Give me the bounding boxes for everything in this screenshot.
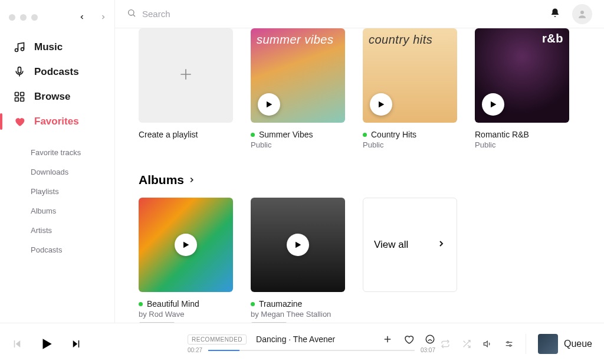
traffic-light-max[interactable] <box>31 14 38 21</box>
svg-marker-17 <box>16 340 21 347</box>
playlist-visibility: Public <box>475 140 569 149</box>
play-button[interactable] <box>482 93 504 116</box>
music-icon <box>13 41 26 54</box>
sidebar-sub-podcasts[interactable]: Podcasts <box>31 241 114 258</box>
play-button[interactable] <box>175 234 197 256</box>
volume-button[interactable] <box>483 339 493 349</box>
recommended-badge: RECOMMENDED <box>188 335 247 345</box>
albums-heading[interactable]: Albums <box>139 173 604 187</box>
svg-rect-18 <box>14 340 15 347</box>
sidebar-item-music[interactable]: Music <box>0 35 114 59</box>
sidebar-item-podcasts[interactable]: Podcasts <box>0 60 114 84</box>
sidebar-sub-downloads[interactable]: Downloads <box>31 163 114 181</box>
player-bar: RECOMMENDED Dancing · The Avener 00:27 0… <box>0 323 604 364</box>
album-artist: by Megan Thee Stallion <box>251 310 345 319</box>
avatar[interactable] <box>572 4 592 24</box>
sidebar-item-label: Music <box>34 41 63 53</box>
plus-icon <box>178 67 193 84</box>
repeat-button[interactable] <box>441 339 450 349</box>
search-input[interactable] <box>142 9 319 19</box>
sidebar-sub-albums[interactable]: Albums <box>31 202 114 219</box>
sidebar-item-browse[interactable]: Browse <box>0 85 114 109</box>
nav-forward-button[interactable] <box>97 11 110 24</box>
queue-label: Queue <box>564 339 592 349</box>
next-button[interactable] <box>71 339 81 349</box>
svg-point-9 <box>580 11 584 14</box>
playlist-title: Romantic R&B <box>475 130 529 139</box>
chevron-right-icon <box>188 173 196 187</box>
svg-marker-13 <box>379 101 384 108</box>
svg-rect-6 <box>21 98 24 101</box>
previous-button[interactable] <box>12 339 22 349</box>
svg-marker-15 <box>183 242 189 248</box>
online-dot <box>251 133 255 137</box>
svg-point-0 <box>15 49 18 52</box>
svg-point-1 <box>21 48 24 51</box>
playlist-visibility: Public <box>363 140 457 149</box>
svg-point-7 <box>129 9 134 15</box>
shuffle-button[interactable] <box>462 339 471 349</box>
album-title: Beautiful Mind <box>147 299 199 309</box>
svg-marker-25 <box>484 341 487 346</box>
online-dot <box>139 302 143 306</box>
queue-thumbnail <box>538 334 558 354</box>
album-artist: by Rod Wave <box>139 310 233 319</box>
dislike-button[interactable] <box>425 334 435 345</box>
chevron-right-icon <box>436 239 446 251</box>
heart-icon <box>13 115 26 128</box>
sidebar-sub-artists[interactable]: Artists <box>31 222 114 239</box>
svg-point-28 <box>507 342 509 343</box>
sidebar-item-label: Podcasts <box>34 66 79 78</box>
playlist-visibility: Public <box>251 140 345 149</box>
like-button[interactable] <box>403 334 414 345</box>
playlist-title: Country Hits <box>371 130 416 139</box>
playlist-card[interactable]: country hits Country Hits Public <box>363 28 457 149</box>
queue-button[interactable]: Queue <box>526 334 592 354</box>
traffic-light-min[interactable] <box>20 14 27 21</box>
track-title: Dancing · The Avener <box>256 335 335 344</box>
playlist-title: Summer Vibes <box>259 130 313 139</box>
sidebar-sub-favorite-tracks[interactable]: Favorite tracks <box>31 144 114 161</box>
album-title: Traumazine <box>259 299 302 309</box>
topbar <box>115 0 604 28</box>
add-button[interactable] <box>382 334 393 345</box>
playlist-cover-text: r&b <box>481 32 563 45</box>
online-dot <box>251 302 255 306</box>
album-card[interactable]: Traumazine by Megan Thee Stallion EXPLIC… <box>251 198 345 323</box>
window-controls <box>0 5 114 35</box>
svg-rect-4 <box>21 93 24 96</box>
svg-point-29 <box>510 345 511 346</box>
album-card[interactable]: Beautiful Mind by Rod Wave EXPLICIT <box>139 198 233 323</box>
progress-bar[interactable] <box>208 350 415 351</box>
playlist-card[interactable]: r&b Romantic R&B Public <box>475 28 569 149</box>
play-button[interactable] <box>370 93 392 116</box>
svg-marker-12 <box>267 101 272 108</box>
search-icon <box>127 8 136 20</box>
svg-marker-20 <box>73 340 78 347</box>
playlist-card[interactable]: summer vibes Summer Vibes Public <box>251 28 345 149</box>
create-playlist-label: Create a playlist <box>139 130 198 139</box>
create-playlist-card[interactable]: Create a playlist <box>139 28 233 149</box>
sidebar-sub-playlists[interactable]: Playlists <box>31 183 114 200</box>
svg-marker-16 <box>296 242 301 248</box>
traffic-light-close[interactable] <box>9 14 15 21</box>
view-all-albums-button[interactable]: View all <box>363 198 457 292</box>
play-button[interactable] <box>39 336 54 352</box>
svg-marker-14 <box>491 101 496 108</box>
bell-icon[interactable] <box>550 8 560 21</box>
svg-rect-3 <box>15 93 19 96</box>
sidebar-item-label: Favorites <box>34 116 79 127</box>
online-dot <box>363 133 367 137</box>
elapsed-time: 00:27 <box>188 347 202 353</box>
playlist-cover-text: summer vibes <box>257 33 339 46</box>
nav-back-button[interactable] <box>76 11 88 24</box>
svg-marker-19 <box>43 339 52 349</box>
svg-rect-21 <box>78 340 80 347</box>
settings-button[interactable] <box>504 339 514 349</box>
svg-line-8 <box>133 15 135 17</box>
play-button[interactable] <box>287 234 309 256</box>
sidebar-item-favorites[interactable]: Favorites <box>0 110 114 133</box>
total-time: 03:07 <box>421 347 435 353</box>
playlist-cover-text: country hits <box>369 33 451 46</box>
play-button[interactable] <box>258 93 280 116</box>
